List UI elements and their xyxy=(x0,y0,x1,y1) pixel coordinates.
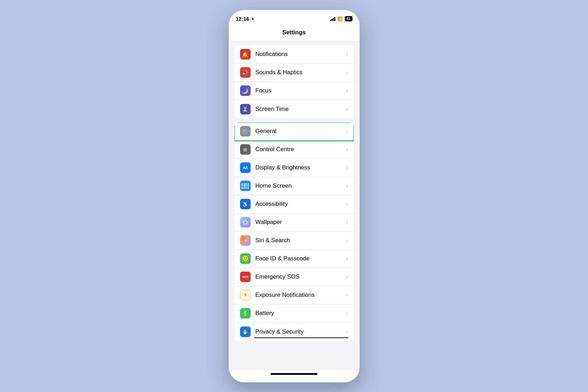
page-header: Settings xyxy=(229,26,359,41)
notifications-label: Notifications xyxy=(255,51,346,58)
sidebar-item-siri[interactable]: ✦ Siri & Search › xyxy=(234,232,354,250)
sidebar-item-battery[interactable]: 🔋 Battery › xyxy=(234,304,354,323)
exposure-label: Exposure Notifications xyxy=(255,292,346,299)
sidebar-item-emergencysos[interactable]: SOS Emergency SOS › xyxy=(234,268,354,286)
faceid-label: Face ID & Passcode xyxy=(255,255,346,262)
emergencysos-icon: SOS xyxy=(240,272,251,282)
wallpaper-icon: 🌸 xyxy=(240,217,251,227)
chevron-icon: › xyxy=(346,274,348,280)
sidebar-item-exposure[interactable]: ☀ Exposure Notifications › xyxy=(234,286,354,304)
chevron-icon: › xyxy=(346,256,348,261)
display-icon: AA xyxy=(240,162,251,173)
controlcentre-label: Control Centre xyxy=(255,146,346,153)
sidebar-item-display[interactable]: AA Display & Brightness › xyxy=(234,159,354,177)
faceid-icon: 🙂 xyxy=(240,253,251,264)
sounds-icon: 🔊 xyxy=(240,67,251,78)
wallpaper-label: Wallpaper xyxy=(255,219,346,226)
phone-frame: 12:16 a 📶 81 Settings xyxy=(229,10,360,383)
sidebar-item-wallpaper[interactable]: 🌸 Wallpaper › xyxy=(234,214,354,232)
sidebar-item-homescreen[interactable]: Home Screen › xyxy=(234,177,354,195)
chevron-icon: › xyxy=(346,219,348,225)
chevron-icon: › xyxy=(346,165,348,170)
privacy-label: Privacy & Security xyxy=(255,328,346,335)
status-icons: 📶 81 xyxy=(330,16,352,21)
chevron-icon: › xyxy=(346,128,348,134)
screentime-icon: ⏳ xyxy=(240,104,251,114)
chevron-icon: › xyxy=(346,201,348,207)
page-title: Settings xyxy=(282,29,306,36)
id-icon: a xyxy=(251,16,255,21)
chevron-icon: › xyxy=(346,51,348,57)
general-label: General xyxy=(255,128,346,135)
chevron-icon: › xyxy=(346,292,348,298)
notifications-icon: 🔔 xyxy=(240,49,251,59)
battery-icon: 🔋 xyxy=(240,308,251,318)
sounds-label: Sounds & Haptics xyxy=(255,69,346,76)
battery-status-bar: 81 xyxy=(345,16,352,21)
sidebar-item-notifications[interactable]: 🔔 Notifications › xyxy=(234,46,354,64)
sidebar-item-sounds[interactable]: 🔊 Sounds & Haptics › xyxy=(234,64,354,82)
sidebar-item-focus[interactable]: 🌙 Focus › xyxy=(234,82,354,100)
focus-label: Focus xyxy=(255,87,346,94)
controlcentre-icon: ⊞ xyxy=(240,144,251,155)
settings-group-1: 🔔 Notifications › 🔊 Sounds & Haptics › 🌙… xyxy=(234,46,354,118)
homescreen-label: Home Screen xyxy=(255,182,346,189)
homescreen-icon xyxy=(240,181,251,191)
wifi-icon: 📶 xyxy=(337,16,343,21)
settings-content[interactable]: 🔔 Notifications › 🔊 Sounds & Haptics › 🌙… xyxy=(229,41,359,370)
general-icon: ⚙️ xyxy=(240,126,251,136)
focus-icon: 🌙 xyxy=(240,85,251,96)
bottom-bar xyxy=(229,370,359,382)
chevron-icon: › xyxy=(346,310,348,316)
chevron-icon: › xyxy=(346,88,348,93)
home-indicator[interactable] xyxy=(271,373,317,375)
battery-label: Battery xyxy=(255,310,346,317)
signal-icon xyxy=(330,17,335,21)
sidebar-item-privacy[interactable]: ✋ Privacy & Security › xyxy=(234,323,354,341)
privacy-icon: ✋ xyxy=(240,327,251,337)
chevron-icon: › xyxy=(346,70,348,75)
chevron-icon: › xyxy=(346,183,348,189)
siri-icon: ✦ xyxy=(240,235,251,246)
accessibility-icon: ♿ xyxy=(240,199,251,209)
settings-group-2: ⚙️ General › ⊞ Control Centre › AA Displ… xyxy=(234,122,354,341)
display-label: Display & Brightness xyxy=(255,164,346,171)
chevron-icon: › xyxy=(346,147,348,152)
emergencysos-label: Emergency SOS xyxy=(255,273,346,280)
screentime-label: Screen Time xyxy=(255,106,346,113)
sidebar-item-screentime[interactable]: ⏳ Screen Time › xyxy=(234,100,354,118)
chevron-icon: › xyxy=(346,329,348,335)
exposure-icon: ☀ xyxy=(240,290,251,300)
sidebar-item-controlcentre[interactable]: ⊞ Control Centre › xyxy=(234,141,354,159)
sidebar-item-accessibility[interactable]: ♿ Accessibility › xyxy=(234,195,354,214)
chevron-icon: › xyxy=(346,238,348,243)
siri-label: Siri & Search xyxy=(255,237,346,244)
sidebar-item-faceid[interactable]: 🙂 Face ID & Passcode › xyxy=(234,250,354,268)
sidebar-item-general[interactable]: ⚙️ General › xyxy=(234,122,354,141)
underline-bar xyxy=(254,337,348,338)
status-time: 12:16 a xyxy=(236,16,255,22)
accessibility-label: Accessibility xyxy=(255,201,346,208)
chevron-icon: › xyxy=(346,106,348,112)
status-bar: 12:16 a 📶 81 xyxy=(229,10,359,26)
